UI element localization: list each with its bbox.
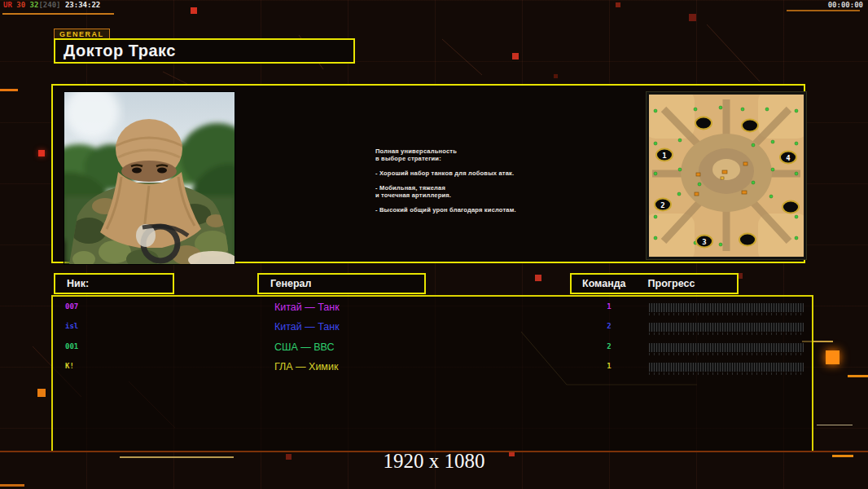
general-tab: GENERAL — [54, 29, 110, 38]
player-progress-bar — [649, 343, 804, 352]
decor-line — [2, 13, 114, 15]
decor-line — [0, 89, 18, 91]
clock: 23:34:22 — [65, 1, 100, 9]
player-general: Китай — Танк — [274, 302, 340, 313]
decor-line — [848, 375, 868, 377]
player-team: 2 — [603, 322, 615, 330]
player-progress-bar — [649, 303, 804, 312]
decor-square — [826, 350, 840, 364]
stats-v2: 32 — [30, 1, 39, 9]
decor-square — [38, 150, 45, 156]
team-progress-header-box: Команда Прогресс — [570, 273, 739, 294]
team-header-label: Команда — [582, 278, 626, 289]
match-timer: 00:00:00 — [828, 1, 863, 9]
map-spot-2: 2 — [660, 201, 664, 209]
page-title: Доктор Тракс — [64, 42, 176, 60]
nick-header-box: Ник: — [54, 273, 174, 294]
general-portrait — [64, 91, 235, 265]
lobby-screen: UR 30 32[240] 23:34:22 00:00:00 GENERAL … — [0, 0, 868, 489]
decor-line — [0, 484, 24, 487]
decor-square — [535, 275, 541, 281]
general-description: Полная универсальность в выборе стратеги… — [375, 148, 628, 214]
decor-square — [512, 53, 519, 59]
player-nick: 001 — [65, 342, 78, 350]
fps-stats-overlay: UR 30 32[240] 23:34:22 — [3, 1, 100, 9]
decor-square — [37, 389, 46, 397]
player-row[interactable]: 001 США — ВВС 2 — [53, 339, 812, 357]
player-progress-bar — [649, 323, 804, 332]
decor-square — [554, 74, 558, 78]
player-list-panel: 007 Китай — Танк 1 isl Китай — Танк 2 00… — [51, 295, 813, 452]
map-image: 1 2 3 4 — [649, 95, 804, 257]
stats-label: UR — [3, 1, 12, 9]
player-nick: 007 — [65, 302, 78, 311]
decor-square — [616, 2, 620, 7]
player-general: Китай — Танк — [274, 321, 340, 333]
general-title-box: Доктор Тракс — [54, 38, 355, 64]
progress-header-label: Прогресс — [648, 278, 695, 289]
decor-line — [817, 425, 853, 425]
map-spot-4: 4 — [786, 154, 791, 162]
stats-v1: 30 — [16, 1, 25, 9]
player-team: 1 — [603, 362, 615, 370]
stats-v3: [240] — [38, 1, 60, 9]
player-general: США — ВВС — [274, 341, 335, 353]
map-spot-3: 3 — [702, 238, 706, 246]
map-preview: 1 2 3 4 — [647, 92, 806, 259]
map-spot-1: 1 — [662, 152, 666, 160]
nick-header-label: Ник: — [67, 278, 89, 289]
player-row[interactable]: isl Китай — Танк 2 — [53, 319, 812, 337]
general-header-label: Генерал — [270, 278, 311, 289]
player-row[interactable]: 007 Китай — Танк 1 — [53, 299, 812, 317]
decor-square — [689, 14, 696, 21]
resolution-label: 1920 x 1080 — [0, 450, 868, 473]
decor-square — [191, 7, 197, 14]
player-progress-bar — [649, 363, 804, 372]
player-nick: K! — [65, 362, 74, 370]
general-header-box: Генерал — [257, 273, 426, 294]
player-nick: isl — [65, 322, 78, 330]
player-team: 1 — [603, 302, 615, 311]
decor-line — [787, 10, 860, 11]
player-row[interactable]: K! ГЛА — Химик 1 — [53, 359, 812, 377]
player-general: ГЛА — Химик — [274, 361, 338, 372]
player-team: 2 — [603, 342, 615, 350]
